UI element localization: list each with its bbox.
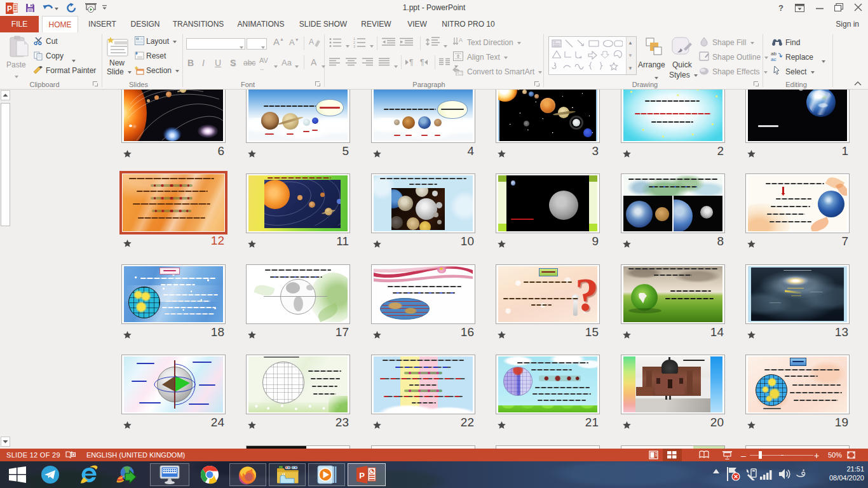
svg-text:P: P	[7, 4, 12, 13]
svg-text:A: A	[309, 37, 314, 46]
svg-text:P: P	[359, 471, 365, 480]
svg-text:3: 3	[353, 44, 355, 48]
svg-text:ab: ab	[771, 51, 776, 57]
svg-text:A: A	[459, 37, 463, 43]
svg-text:ac: ac	[771, 57, 776, 61]
